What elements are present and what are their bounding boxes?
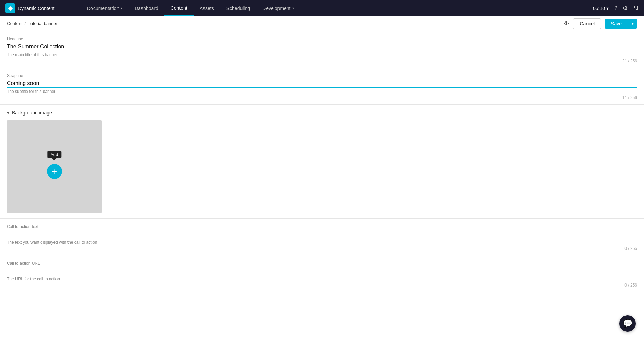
- preview-icon[interactable]: 👁: [564, 20, 570, 27]
- chevron-down-icon: ▾: [7, 110, 9, 116]
- headline-hint: The main title of this banner: [7, 52, 637, 57]
- cta-text-input[interactable]: [7, 230, 637, 239]
- app-logo[interactable]: ◆ Dynamic Content: [5, 3, 81, 13]
- nav-items: Documentation ▾ Dashboard Content Assets…: [81, 0, 593, 16]
- nav-item-scheduling[interactable]: Scheduling: [220, 0, 256, 16]
- help-icon[interactable]: ?: [614, 5, 617, 11]
- cancel-button[interactable]: Cancel: [573, 18, 601, 29]
- cta-text-label: Call to action text: [7, 224, 637, 229]
- cta-text-hint: The text you want displayed with the cal…: [7, 240, 637, 245]
- settings-icon[interactable]: ⚙: [623, 5, 628, 11]
- cta-url-hint: The URL for the call to action: [7, 277, 637, 281]
- cta-text-counter: 0 / 256: [7, 246, 637, 251]
- breadcrumb-current: Tutorial banner: [28, 21, 58, 26]
- strapline-label: Strapline: [7, 73, 637, 78]
- headline-counter: 21 / 256: [7, 59, 637, 63]
- main-content: Headline The main title of this banner 2…: [0, 31, 644, 340]
- breadcrumb-actions: 👁 Cancel Save ▾: [564, 18, 637, 29]
- background-image-label: Background image: [12, 110, 52, 116]
- chat-button[interactable]: 💬: [619, 315, 636, 332]
- nav-item-development[interactable]: Development ▾: [256, 0, 300, 16]
- headline-label: Headline: [7, 37, 637, 41]
- add-tooltip: Add: [47, 151, 61, 158]
- strapline-section: Strapline The subtitle for this banner 1…: [0, 68, 644, 105]
- breadcrumb-parent[interactable]: Content: [7, 21, 23, 26]
- save-button[interactable]: Save: [605, 19, 628, 29]
- headline-input[interactable]: [7, 43, 637, 51]
- notifications-icon[interactable]: 🖫: [633, 5, 639, 11]
- breadcrumb-bar: Content / Tutorial banner 👁 Cancel Save …: [0, 16, 644, 31]
- save-button-group: Save ▾: [605, 19, 637, 29]
- nav-item-assets[interactable]: Assets: [194, 0, 220, 16]
- breadcrumb-separator: /: [25, 21, 26, 26]
- nav-item-content[interactable]: Content: [164, 0, 194, 16]
- background-image-toggle[interactable]: ▾ Background image: [7, 110, 637, 116]
- save-dropdown-button[interactable]: ▾: [628, 19, 637, 29]
- app-title: Dynamic Content: [18, 5, 54, 11]
- strapline-input[interactable]: [7, 80, 637, 88]
- strapline-counter: 11 / 256: [7, 95, 637, 100]
- clock-chevron-icon: ▾: [606, 5, 609, 11]
- image-upload-area[interactable]: Add +: [7, 120, 102, 213]
- cta-url-counter: 0 / 256: [7, 283, 637, 288]
- cta-url-input[interactable]: [7, 267, 637, 275]
- strapline-hint: The subtitle for this banner: [7, 89, 637, 94]
- cta-url-section: Call to action URL The URL for the call …: [0, 255, 644, 292]
- chevron-down-icon: ▾: [121, 6, 122, 10]
- background-image-section: ▾ Background image Add +: [0, 105, 644, 219]
- breadcrumb: Content / Tutorial banner: [7, 21, 58, 26]
- nav-item-dashboard[interactable]: Dashboard: [128, 0, 164, 16]
- nav-right: 05:10 ▾ ? ⚙ 🖫: [593, 5, 639, 11]
- top-nav: ◆ Dynamic Content Documentation ▾ Dashbo…: [0, 0, 644, 16]
- nav-clock[interactable]: 05:10 ▾: [593, 5, 609, 11]
- chat-icon: 💬: [623, 319, 632, 328]
- logo-icon: ◆: [5, 3, 15, 13]
- chevron-down-icon: ▾: [292, 6, 294, 10]
- add-image-button[interactable]: +: [47, 164, 62, 179]
- headline-section: Headline The main title of this banner 2…: [0, 31, 644, 68]
- nav-item-documentation[interactable]: Documentation ▾: [81, 0, 128, 16]
- cta-text-section: Call to action text The text you want di…: [0, 219, 644, 255]
- cta-url-label: Call to action URL: [7, 261, 637, 266]
